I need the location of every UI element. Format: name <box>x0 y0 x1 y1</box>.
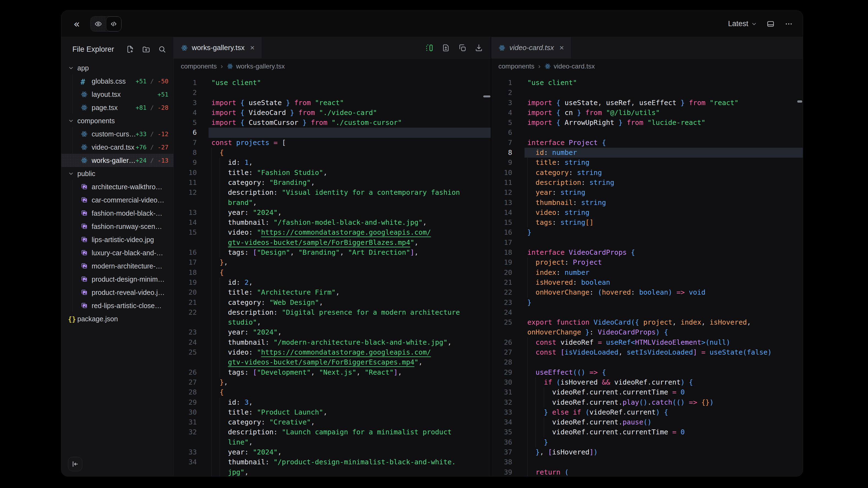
tree-file-globals.css[interactable]: #globals.css+51 / -50 <box>61 74 174 88</box>
panel-bottom-icon[interactable] <box>767 20 775 28</box>
tree-file-modern-architecture-[interactable]: modern-architecture-… <box>61 259 174 272</box>
code-line[interactable]: 2 <box>174 88 491 98</box>
code-line-highlighted[interactable]: 6 <box>174 128 491 137</box>
code-line[interactable]: 12 year: string <box>491 188 803 197</box>
scrollbar-thumb[interactable] <box>797 100 802 103</box>
code-line[interactable]: 8 { <box>174 148 491 158</box>
code-line[interactable]: 35 videoRef.current.currentTime = 0 <box>491 427 803 437</box>
code-line[interactable]: onHoverChange }: VideoCardProps) { <box>491 327 803 337</box>
code-line[interactable]: 17 <box>491 238 803 248</box>
tree-file-page.tsx[interactable]: page.tsx+81 / -28 <box>61 101 174 114</box>
code-line[interactable]: 30 title: "Product Launch", <box>174 408 491 417</box>
code-line[interactable]: 22 onHoverChange: (hovered: boolean) => … <box>491 288 803 297</box>
code-line[interactable]: 24 thumbnail: "/modern-architecture-blac… <box>174 337 491 348</box>
tree-folder-app[interactable]: app <box>61 61 174 74</box>
code-line[interactable]: 18interface VideoCardProps { <box>491 248 803 258</box>
code-line[interactable]: 2 <box>491 88 803 98</box>
code-line[interactable]: 1"use client" <box>174 78 491 88</box>
code-line[interactable]: 16} <box>491 227 803 237</box>
tree-folder-public[interactable]: public <box>61 167 174 180</box>
tree-file-video-card.tsx[interactable]: video-card.tsx+76 / -27 <box>61 140 174 154</box>
code-line[interactable]: 31 category: "Creative", <box>174 417 491 427</box>
code-line[interactable]: gtv-videos-bucket/sample/ForBiggerBlazes… <box>174 238 491 248</box>
code-line[interactable]: 34 videoRef.current.pause() <box>491 417 803 427</box>
code-line[interactable]: 5import { CustomCursor } from "./custom-… <box>174 118 491 128</box>
code-line[interactable]: 27 }, <box>174 378 491 387</box>
tree-file-works-galler-[interactable]: works-galler…+24 / -13 <box>61 154 174 167</box>
code-line[interactable]: 4import { cn } from "@/lib/utils" <box>491 108 803 118</box>
code-line[interactable]: 13 year: "2024", <box>174 208 491 218</box>
code-line[interactable]: 21 isHovered: boolean <box>491 278 803 288</box>
code-editor-works-gallery[interactable]: 1"use client"23import { useState } from … <box>174 74 491 476</box>
code-line[interactable]: 20 title: "Architecture Firm", <box>174 288 491 297</box>
tree-file-luxury-car-black-and-[interactable]: luxury-car-black-and-… <box>61 246 174 259</box>
collapse-panel-button[interactable]: « <box>71 19 82 29</box>
code-line[interactable]: studio", <box>174 318 491 327</box>
code-line[interactable]: 11 category: "Branding", <box>174 178 491 188</box>
tab-works-gallery[interactable]: works-gallery.tsx × <box>174 37 262 58</box>
code-line[interactable]: 7interface Project { <box>491 138 803 148</box>
code-line[interactable]: 15 video: "https://commondatastorage.goo… <box>174 227 491 237</box>
code-line[interactable]: 25 video: "https://commondatastorage.goo… <box>174 348 491 357</box>
code-line[interactable]: 14 video: string <box>491 208 803 218</box>
tree-file-product-reveal-video.j-[interactable]: product-reveal-video.j… <box>61 286 174 299</box>
code-line[interactable]: 10 category: string <box>491 168 803 178</box>
code-line[interactable]: 34 thumbnail: "/product-design-minimalis… <box>174 457 491 467</box>
breadcrumb-file[interactable]: video-card.tsx <box>554 62 595 70</box>
preview-toggle-button[interactable] <box>91 17 106 31</box>
close-tab-icon[interactable]: × <box>250 44 254 52</box>
code-line[interactable]: 27 const [isVideoLoaded, setIsVideoLoade… <box>491 348 803 357</box>
code-line[interactable]: 29 id: 3, <box>174 397 491 408</box>
code-line[interactable]: 28 <box>491 357 803 367</box>
code-line[interactable]: 39 return ( <box>491 467 803 476</box>
code-line[interactable]: 23} <box>491 298 803 307</box>
code-line[interactable]: 6 <box>491 128 803 137</box>
tree-file-layout.tsx[interactable]: layout.tsx+51 <box>61 88 174 101</box>
code-line[interactable]: 26 const videoRef = useRef<HTMLVideoElem… <box>491 337 803 348</box>
code-line[interactable]: 7const projects = [ <box>174 138 491 148</box>
code-line[interactable]: 5import { ArrowUpRight } from "lucide-re… <box>491 118 803 128</box>
code-line[interactable]: 4import { VideoCard } from "./video-card… <box>174 108 491 118</box>
code-line[interactable]: 3import { useState, useRef, useEffect } … <box>491 98 803 108</box>
code-line[interactable]: 15 tags: string[] <box>491 218 803 227</box>
code-line[interactable]: 21 category: "Web Design", <box>174 298 491 307</box>
code-line[interactable]: 16 tags: ["Design", "Branding", "Art Dir… <box>174 248 491 258</box>
file-plus-icon[interactable] <box>126 45 134 53</box>
code-line[interactable]: 9 title: string <box>491 158 803 167</box>
code-line[interactable]: 23 year: "2024", <box>174 327 491 337</box>
code-line[interactable]: 24 <box>491 307 803 318</box>
code-line[interactable]: 20 index: number <box>491 268 803 278</box>
close-tab-icon[interactable]: × <box>559 44 564 52</box>
code-line[interactable]: 11 description: string <box>491 178 803 188</box>
code-line[interactable]: 28 { <box>174 387 491 397</box>
code-line[interactable]: 26 tags: ["Development", "Next.js", "Rea… <box>174 367 491 378</box>
code-line[interactable]: 19 id: 2, <box>174 278 491 288</box>
code-line[interactable]: 9 id: 1, <box>174 158 491 167</box>
code-line[interactable]: 22 description: "Digital presence for a … <box>174 307 491 318</box>
code-line[interactable]: 36 } <box>491 437 803 447</box>
copy-icon[interactable] <box>458 44 466 52</box>
collapse-sidebar-button[interactable] <box>68 457 82 471</box>
code-line[interactable]: 1"use client" <box>491 78 803 88</box>
code-line[interactable]: 37 }, [isHovered]) <box>491 447 803 457</box>
code-line[interactable]: jpg", <box>174 467 491 476</box>
code-editor-video-card[interactable]: 1"use client"23import { useState, useRef… <box>491 74 803 476</box>
code-line[interactable]: 32 videoRef.current.play().catch(() => {… <box>491 397 803 408</box>
code-line[interactable]: 29 useEffect(() => { <box>491 367 803 378</box>
code-line[interactable]: 14 thumbnail: "/fashion-model-black-and-… <box>174 218 491 227</box>
tab-video-card[interactable]: video-card.tsx × <box>491 37 571 58</box>
code-line[interactable]: 25export function VideoCard({ project, i… <box>491 318 803 327</box>
code-line[interactable]: 18 { <box>174 268 491 278</box>
code-line[interactable]: 3import { useState } from "react" <box>174 98 491 108</box>
search-icon[interactable] <box>158 45 166 53</box>
code-toggle-button[interactable] <box>106 17 121 31</box>
tree-file-fashion-model-black-[interactable]: fashion-model-black-… <box>61 206 174 220</box>
tree-file-fashion-runway-scen-[interactable]: fashion-runway-scen… <box>61 220 174 233</box>
tree-folder-components[interactable]: components <box>61 114 174 127</box>
tree-file-architecture-walkthro-[interactable]: architecture-walkthro… <box>61 180 174 193</box>
code-line[interactable]: line", <box>174 437 491 447</box>
tree-file-lips-artistic-video.jpg[interactable]: lips-artistic-video.jpg <box>61 233 174 246</box>
tree-file-product-design-minim-[interactable]: product-design-minim… <box>61 272 174 286</box>
split-diff-icon[interactable] <box>425 44 433 52</box>
ellipsis-menu-button[interactable] <box>785 20 793 28</box>
